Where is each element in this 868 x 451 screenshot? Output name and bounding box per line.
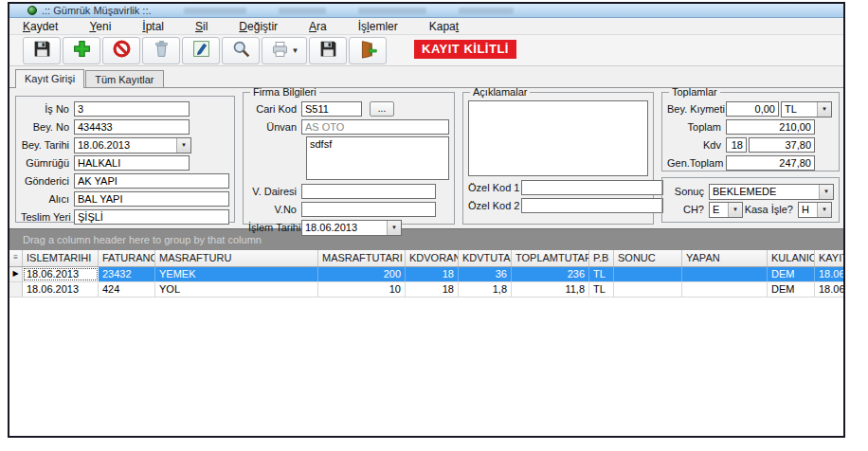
- cell-islemtarihi[interactable]: 18.06.2013: [23, 282, 99, 297]
- gen-toplam-input[interactable]: [726, 155, 815, 171]
- column-header-kayitt[interactable]: KAYITT.: [815, 250, 843, 266]
- tab-kayit-girisi[interactable]: Kayıt Girişi: [15, 69, 84, 88]
- field-label: İş No: [21, 103, 74, 115]
- bey-no-input[interactable]: [74, 119, 190, 135]
- row-indicator-header[interactable]: ≡: [9, 250, 23, 266]
- cell-yapan[interactable]: [682, 267, 768, 281]
- print-button[interactable]: ▼: [262, 37, 307, 64]
- cell-pb[interactable]: TL: [589, 267, 614, 281]
- cari-kod-browse-button[interactable]: ...: [370, 101, 394, 117]
- cancel-button[interactable]: [102, 37, 140, 64]
- aciklamalar-textarea[interactable]: [468, 100, 648, 176]
- cell-faturano[interactable]: 23432: [99, 267, 155, 281]
- cell-masraftutari[interactable]: 10: [318, 282, 406, 297]
- column-header-kulanici[interactable]: KULANICI: [768, 250, 815, 266]
- menu-islemler[interactable]: İşlemler: [358, 20, 398, 33]
- kdv-rate-input[interactable]: [726, 137, 747, 153]
- cell-masrafturu[interactable]: YOL: [155, 282, 318, 297]
- no-entry-icon: [112, 39, 132, 63]
- cell-faturano[interactable]: 424: [99, 282, 155, 297]
- column-header-pb[interactable]: P.B: [589, 250, 614, 266]
- recycle-bin-icon: [152, 39, 172, 63]
- cell-yapan[interactable]: [682, 282, 768, 297]
- titlebar: .:: Gümrük Müşavirlik ::.: [9, 4, 843, 18]
- cell-masrafturu[interactable]: YEMEK: [155, 267, 318, 281]
- is-no-input[interactable]: [74, 101, 190, 117]
- chevron-down-icon[interactable]: ▼: [819, 185, 833, 199]
- teslim-yeri-input[interactable]: [74, 209, 229, 225]
- islem-tarihi-combo[interactable]: 18.06.2013▼: [301, 220, 402, 236]
- table-row[interactable]: 18.06.2013424YOL10181,811,8TLDEM18.06.20: [9, 282, 843, 298]
- cell-kulanici[interactable]: DEM: [768, 267, 815, 281]
- v-no-input[interactable]: [301, 202, 436, 217]
- cell-kayitt[interactable]: 18.06.20: [815, 267, 843, 281]
- currency-combo[interactable]: TL▼: [781, 101, 832, 117]
- field-label: Gönderici: [21, 175, 74, 187]
- column-header-yapan[interactable]: YAPAN: [682, 250, 768, 266]
- column-header-masrafturu[interactable]: MASRAFTURU: [155, 250, 318, 266]
- kasa-isle-combo[interactable]: H▼: [798, 202, 832, 218]
- chevron-down-icon[interactable]: ▼: [817, 203, 831, 217]
- combo-value: 18.06.2013: [302, 221, 387, 235]
- search-button[interactable]: [222, 37, 260, 64]
- cell-sonuc[interactable]: [614, 282, 682, 297]
- exit-button[interactable]: [349, 37, 387, 64]
- bey-tarihi-combo[interactable]: 18.06.2013▼: [74, 137, 191, 153]
- column-header-masraftutari[interactable]: MASRAFTUTARI: [318, 250, 406, 266]
- alici-input[interactable]: [74, 191, 229, 207]
- cell-kdvorani[interactable]: 18: [406, 282, 459, 297]
- menu-sil[interactable]: Sil: [195, 20, 208, 33]
- cell-sonuc[interactable]: [614, 267, 682, 281]
- column-header-kdvtutar[interactable]: KDVTUTAR: [459, 250, 512, 266]
- table-row[interactable]: ▶18.06.201323432YEMEK2001836236TLDEM18.0…: [9, 267, 843, 282]
- menu-degistir[interactable]: Değiştir: [239, 20, 278, 33]
- bey-kiymeti-input[interactable]: [726, 101, 779, 117]
- unvan-input[interactable]: [301, 119, 449, 135]
- printer-icon: [270, 39, 290, 63]
- column-header-sonuc[interactable]: SONUC: [614, 250, 682, 266]
- toplam-input[interactable]: [726, 119, 815, 135]
- cell-kulanici[interactable]: DEM: [768, 282, 815, 297]
- column-header-faturano[interactable]: FATURANO: [99, 250, 155, 266]
- column-header-kdvorani[interactable]: KDVORANI: [406, 250, 459, 266]
- grid-empty-area: [9, 298, 843, 436]
- menu-ara[interactable]: Ara: [309, 20, 327, 33]
- cell-kdvtutar[interactable]: 36: [459, 267, 512, 281]
- cell-pb[interactable]: TL: [589, 282, 614, 297]
- tab-tum-kayitlar[interactable]: Tüm Kayıtlar: [85, 70, 163, 87]
- ch-combo[interactable]: E▼: [709, 202, 743, 218]
- menu-kaydet[interactable]: Kaydet: [23, 20, 58, 33]
- form-area: İş No Bey. No Bey. Tarihi 18.06.2013▼ Gü…: [9, 88, 843, 228]
- cell-islemtarihi[interactable]: 18.06.2013: [23, 267, 99, 281]
- sonuc-combo[interactable]: BEKLEMEDE▼: [709, 184, 834, 200]
- cell-kdvorani[interactable]: 18: [406, 267, 459, 281]
- chevron-down-icon[interactable]: ▼: [728, 203, 742, 217]
- chevron-down-icon[interactable]: ▼: [176, 138, 190, 153]
- delete-button[interactable]: [142, 37, 180, 64]
- cell-toplamtutar[interactable]: 11,8: [512, 282, 589, 297]
- chevron-down-icon[interactable]: ▼: [817, 102, 831, 117]
- cell-kdvtutar[interactable]: 1,8: [459, 282, 512, 297]
- save-button[interactable]: [23, 37, 61, 64]
- column-header-islemtarihi[interactable]: ISLEMTARIHI: [23, 250, 99, 266]
- cari-kod-input[interactable]: [301, 101, 362, 117]
- ozel-kod-1-input[interactable]: [521, 180, 663, 195]
- edit-button[interactable]: [182, 37, 220, 64]
- kdv-amount-input[interactable]: [749, 137, 815, 153]
- menu-kapat[interactable]: Kapat: [429, 20, 459, 33]
- cell-kayitt[interactable]: 18.06.20: [815, 282, 843, 297]
- menu-iptal[interactable]: İptal: [142, 20, 164, 33]
- beyanname-panel: İş No Bey. No Bey. Tarihi 18.06.2013▼ Gü…: [15, 96, 235, 223]
- gonderici-input[interactable]: [74, 173, 229, 189]
- ozel-kod-2-input[interactable]: [521, 198, 663, 213]
- column-header-toplamtutar[interactable]: TOPLAMTUTAR: [512, 250, 589, 266]
- save-as-button[interactable]: [309, 37, 347, 64]
- new-button[interactable]: [63, 37, 100, 64]
- firma-notes-textarea[interactable]: sdfsf: [306, 136, 449, 180]
- gumrugu-input[interactable]: [74, 155, 190, 171]
- menu-yeni[interactable]: Yeni: [89, 20, 111, 33]
- cell-toplamtutar[interactable]: 236: [512, 267, 589, 281]
- chevron-down-icon[interactable]: ▼: [387, 221, 401, 235]
- cell-masraftutari[interactable]: 200: [318, 267, 406, 281]
- v-dairesi-input[interactable]: [301, 184, 436, 199]
